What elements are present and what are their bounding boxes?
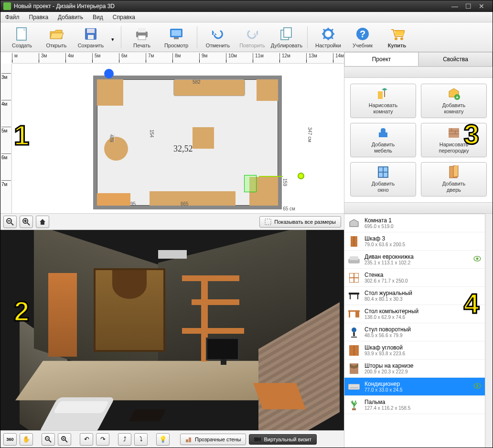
draw-room-button[interactable]: Нарисовать комнату xyxy=(350,84,416,118)
svg-rect-6 xyxy=(138,35,146,40)
object-item[interactable]: Кондиционер77.0 x 33.0 x 24.5 xyxy=(344,378,485,396)
object-dimensions: 200.9 x 20.3 x 222.9 xyxy=(364,369,469,374)
furniture-plant[interactable] xyxy=(104,137,128,161)
3d-wardrobe[interactable] xyxy=(48,273,77,357)
visibility-icon[interactable] xyxy=(473,383,481,391)
dim-rb: 65 см xyxy=(283,206,295,211)
redo-button[interactable]: Повторить xyxy=(236,24,269,50)
furniture-wardrobe[interactable] xyxy=(97,79,123,106)
object-item[interactable]: Стол журнальный80.4 x 80.1 x 30.3 xyxy=(344,287,485,305)
3d-coffee-table[interactable] xyxy=(129,409,166,421)
add-door-button[interactable]: Добавить дверь xyxy=(421,162,487,197)
zoom-in-3d-button[interactable] xyxy=(58,433,71,446)
zoom-out-3d-button[interactable] xyxy=(42,433,55,446)
menu-add[interactable]: Добавить xyxy=(56,13,85,22)
object-item[interactable]: Стенка302.6 x 71.7 x 250.0 xyxy=(344,269,485,287)
pan-button[interactable]: ✋ xyxy=(20,433,33,446)
svg-line-20 xyxy=(332,29,333,31)
minimize-button[interactable]: — xyxy=(451,3,458,10)
furniture-sofa-bottom[interactable] xyxy=(150,191,236,206)
rotate-left-button[interactable]: ↶ xyxy=(80,433,93,446)
object-item[interactable]: Шкаф 379.0 x 63.6 x 200.5 xyxy=(344,232,485,251)
svg-text:?: ? xyxy=(360,29,365,39)
furniture-wardrobe2[interactable] xyxy=(257,79,278,101)
save-dropdown[interactable]: ▾ xyxy=(108,25,117,49)
plan-2d-area[interactable]: м3м4м5м6м7м8м9м10м11м12м13м14м 3м4м5м6м7… xyxy=(0,52,344,230)
selection-box[interactable] xyxy=(244,175,257,192)
add-furniture-button[interactable]: Добавить мебель xyxy=(350,123,416,157)
add-window-button[interactable]: Добавить окно xyxy=(350,162,416,197)
duplicate-button[interactable]: Дублировать xyxy=(270,24,303,50)
object-dimensions: 302.6 x 71.7 x 250.0 xyxy=(364,278,469,284)
svg-point-13 xyxy=(326,32,330,36)
light-button[interactable]: 💡 xyxy=(156,433,170,446)
add-room-button[interactable]: +Добавить комнату xyxy=(421,84,487,118)
furniture-sofa-top[interactable] xyxy=(173,79,245,96)
svg-rect-80 xyxy=(348,310,360,312)
plan-canvas[interactable]: 32,52 582 154 159 347 см 65 см 665 489 9… xyxy=(12,64,344,213)
object-item[interactable]: Шторы на карнизе200.9 x 20.3 x 222.9 xyxy=(344,360,485,378)
rotate-360-button[interactable]: 360 xyxy=(3,433,17,446)
zoom-in-button[interactable] xyxy=(20,216,33,228)
svg-rect-2 xyxy=(87,29,95,33)
home-button[interactable] xyxy=(36,216,49,228)
object-name: Кондиционер xyxy=(364,381,469,387)
maximize-button[interactable]: ☐ xyxy=(465,3,472,10)
object-icon xyxy=(348,399,360,411)
tab-project[interactable]: Проект xyxy=(344,52,418,66)
help-button[interactable]: ?Учебник xyxy=(346,24,379,50)
menu-view[interactable]: Вид xyxy=(91,13,105,22)
tilt-down-button[interactable]: ⤵ xyxy=(134,433,148,446)
view-3d-area[interactable]: 360 ✋ ↶ ↷ ⤴ ⤵ 💡 Прозрачные xyxy=(0,230,344,448)
tab-properties[interactable]: Свойства xyxy=(418,52,493,66)
zoom-out-button[interactable] xyxy=(3,216,17,228)
rotate-handle[interactable] xyxy=(298,173,304,179)
3d-shelf[interactable] xyxy=(182,275,249,376)
preview-button[interactable]: Просмотр xyxy=(160,24,193,50)
side-panel: Проект Свойства Нарисовать комнату +Доба… xyxy=(344,52,493,448)
3d-air-conditioner[interactable] xyxy=(158,250,187,259)
transparent-walls-toggle[interactable]: Прозрачные стены xyxy=(180,434,246,445)
close-button[interactable]: ✕ xyxy=(478,3,485,10)
open-button[interactable]: Открыть xyxy=(40,24,73,50)
settings-button[interactable]: Настройки xyxy=(311,24,345,50)
menu-file[interactable]: Файл xyxy=(3,13,21,22)
draw-partition-button[interactable]: Нарисовать перегородку xyxy=(421,123,487,157)
svg-line-31 xyxy=(27,223,30,225)
object-icon xyxy=(348,327,360,338)
buy-button[interactable]: Купить xyxy=(380,24,414,50)
visibility-icon[interactable] xyxy=(473,256,481,263)
tilt-up-button[interactable]: ⤴ xyxy=(118,433,131,446)
object-item[interactable]: Шкаф угловой93.9 x 93.8 x 223.6 xyxy=(344,341,485,360)
window-title: Новый проект - Дизайн Интерьера 3D xyxy=(14,3,451,10)
show-dimensions-toggle[interactable]: Показывать все размеры xyxy=(259,216,341,228)
dimensions-icon xyxy=(265,219,271,225)
dim-right-outer: 347 см xyxy=(307,127,312,142)
svg-point-85 xyxy=(352,328,356,332)
object-name: Стол журнальный xyxy=(364,290,469,296)
virtual-visit-button[interactable]: Виртуальный визит xyxy=(249,434,317,445)
svg-point-25 xyxy=(400,37,403,40)
rotate-right-button[interactable]: ↷ xyxy=(96,433,109,446)
object-item[interactable]: Комната 1695.0 x 519.0 xyxy=(344,214,485,232)
object-list-scrollbar[interactable] xyxy=(485,214,493,448)
svg-rect-8 xyxy=(171,30,181,36)
print-button[interactable]: Печать xyxy=(125,24,159,50)
object-item[interactable]: Стол компьютерный138.0 x 62.9 x 74.6 xyxy=(344,305,485,323)
object-icon xyxy=(348,290,360,302)
3d-curtain[interactable] xyxy=(94,268,165,352)
svg-rect-26 xyxy=(395,31,404,35)
create-button[interactable]: Создать xyxy=(5,24,39,50)
object-item[interactable]: Диван еврокнижка235.1 x 113.1 x 102.2 xyxy=(344,251,485,269)
room-outline[interactable]: 32,52 582 154 159 347 см 65 см 665 489 9… xyxy=(93,76,282,209)
menu-edit[interactable]: Правка xyxy=(27,13,51,22)
menu-help[interactable]: Справка xyxy=(111,13,137,22)
undo-button[interactable]: Отменить xyxy=(201,24,235,50)
save-button[interactable]: Сохранить xyxy=(74,24,107,50)
object-item[interactable]: Стул поворотный48.5 x 56.6 x 79.9 xyxy=(344,323,485,341)
dim-top: 582 xyxy=(193,79,201,85)
3d-tv[interactable] xyxy=(206,338,239,361)
svg-rect-43 xyxy=(189,437,191,442)
object-item[interactable]: Пальма127.4 x 116.2 x 158.5 xyxy=(344,396,485,414)
ruler-horizontal: м3м4м5м6м7м8м9м10м11м12м13м14м xyxy=(12,52,344,64)
